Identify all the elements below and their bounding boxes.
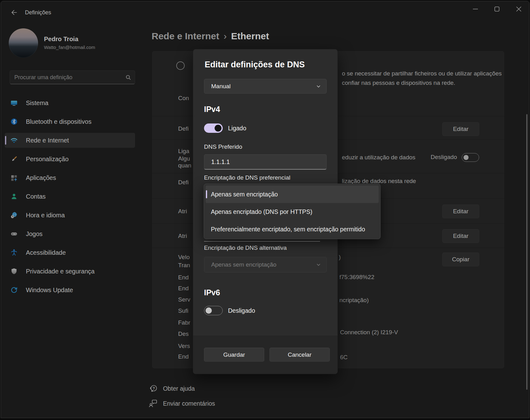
save-button[interactable]: Guardar — [204, 348, 264, 362]
ipv6-heading: IPv6 — [204, 288, 220, 297]
alternate-encryption-dropdown: Apenas sem encriptação — [204, 257, 327, 273]
flyout-option-encrypted-only[interactable]: Apenas encriptado (DNS por HTTPS) — [206, 203, 379, 220]
alternate-encryption-value: Apenas sem encriptação — [211, 261, 276, 268]
preferred-dns-value: 1.1.1.1 — [211, 158, 230, 166]
ipv4-toggle-label: Ligado — [228, 125, 246, 132]
preferred-encryption-label: Encriptação de DNS preferencial — [204, 174, 290, 181]
dialog-title: Editar definições de DNS — [205, 60, 305, 70]
ipv4-toggle[interactable] — [204, 123, 223, 133]
chevron-down-icon — [316, 84, 321, 89]
flyout-option-no-encryption[interactable]: Apenas sem encriptação — [206, 186, 379, 203]
flyout-option-encrypted-preferred[interactable]: Preferencialmente encriptado, sem encrip… — [206, 220, 379, 238]
toggle-knob — [206, 307, 212, 314]
preferred-dns-input[interactable]: 1.1.1.1 — [204, 154, 327, 170]
chevron-down-icon — [316, 263, 321, 267]
toggle-knob — [215, 125, 221, 132]
settings-window: Definições Pedro Troia Watto_fan@hotmail… — [1, 1, 529, 418]
alternate-dns-input-edge — [204, 241, 320, 242]
dns-mode-dropdown[interactable]: Manual — [204, 79, 327, 94]
encryption-options-flyout: Apenas sem encriptação Apenas encriptado… — [204, 184, 381, 239]
selected-option-accent-bar — [206, 190, 207, 198]
ipv4-heading: IPv4 — [204, 105, 220, 114]
screen: Definições Pedro Troia Watto_fan@hotmail… — [0, 0, 530, 420]
dns-mode-value: Manual — [211, 83, 231, 90]
preferred-dns-label: DNS Preferido — [204, 143, 242, 150]
ipv6-toggle[interactable] — [204, 306, 223, 315]
cancel-button[interactable]: Cancelar — [270, 348, 330, 362]
alternate-encryption-label: Encriptação de DNS alternativa — [204, 244, 287, 251]
ipv6-toggle-label: Desligado — [228, 307, 255, 314]
